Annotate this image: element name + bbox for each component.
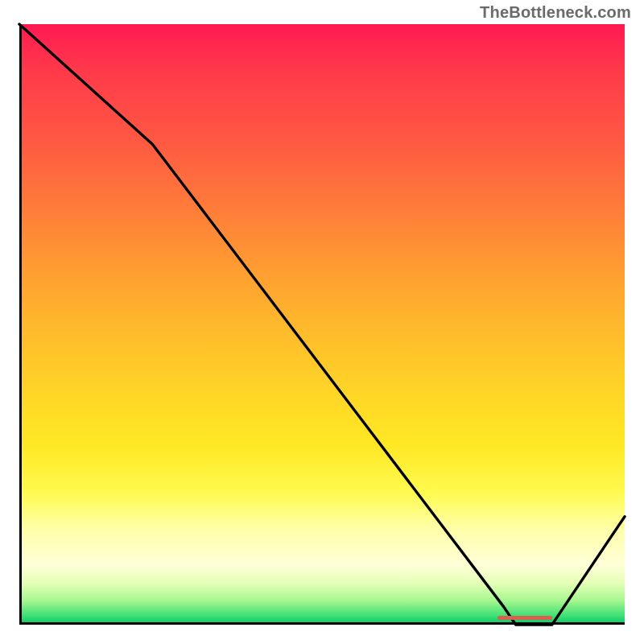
chart-axes: [19, 24, 625, 625]
chart-area: [19, 24, 625, 625]
watermark-text: TheBottleneck.com: [480, 3, 631, 22]
y-axis: [19, 24, 22, 625]
x-axis: [19, 622, 625, 625]
